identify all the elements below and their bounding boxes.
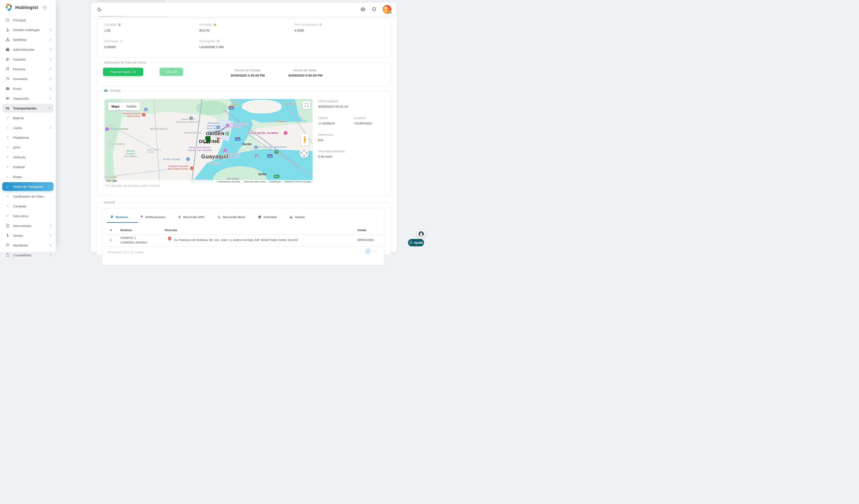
map-fullscreen-button[interactable] bbox=[303, 101, 311, 109]
warning-triangle-icon bbox=[289, 215, 293, 219]
cas-download-button[interactable]: CAS bbox=[160, 68, 183, 76]
svg-text:34: 34 bbox=[119, 25, 120, 26]
people-icon bbox=[5, 66, 10, 71]
gear-icon bbox=[360, 6, 366, 12]
map-label-prosperina: PROSPERINA bbox=[184, 132, 201, 134]
bullet-icon bbox=[7, 195, 9, 197]
chevron-right-icon bbox=[49, 244, 51, 246]
sidebar-item-inspeccion[interactable]: Inspección bbox=[2, 94, 54, 103]
col-header-celular: Celular bbox=[357, 229, 366, 232]
chevron-right-icon bbox=[49, 38, 51, 41]
scrolled-content-artifact bbox=[97, 0, 165, 2]
sidebar-subitem-candado[interactable]: Candado bbox=[2, 202, 54, 211]
support-chat-button[interactable] bbox=[417, 230, 425, 238]
map-type-mapa-button[interactable]: Mapa bbox=[108, 103, 123, 110]
notifications-button[interactable] bbox=[371, 6, 377, 12]
pan-up-icon bbox=[303, 150, 305, 153]
map-label-paseo-shopping: El Paseo Shopping Durán bbox=[259, 146, 289, 149]
sidebar-subitem-orden-de-transporte[interactable]: Orden de Transporte bbox=[2, 182, 54, 191]
sidebar-subitem-vehiculo[interactable]: Vehículo bbox=[2, 153, 54, 162]
scale-icon bbox=[319, 23, 322, 26]
cargo-peso-label: Peso [Kilogramo] bbox=[294, 23, 318, 26]
dark-mode-toggle[interactable] bbox=[96, 6, 103, 12]
map-label-mapasingue: MAPASINGUE bbox=[150, 128, 168, 131]
report-error-link[interactable]: Informar un error en el mapa bbox=[285, 180, 311, 183]
settings-button[interactable] bbox=[360, 6, 366, 12]
check-icon: ✓ bbox=[225, 132, 229, 136]
delivery-map[interactable]: Mall El Fortín Parque Samanes Isla Mocol… bbox=[105, 99, 313, 183]
tab-notificaciones[interactable]: Notificaciones bbox=[140, 215, 165, 219]
sidebar-item-ventas[interactable]: Ventas bbox=[2, 231, 54, 240]
pagination-next-button[interactable]: › bbox=[372, 248, 377, 252]
manifest-icon bbox=[5, 243, 10, 248]
sidebar-item-transportacion[interactable]: Transportación bbox=[2, 104, 54, 112]
person-pin-icon bbox=[217, 215, 221, 219]
logo[interactable]: Hubilogist bbox=[4, 3, 47, 12]
question-icon: ? bbox=[409, 241, 412, 244]
sidebar-subitem-llanta[interactable]: Llanta bbox=[2, 123, 54, 132]
pagination-prev-button[interactable]: ‹ bbox=[358, 248, 364, 252]
sidebar-item-manifiesto[interactable]: Manifiesto bbox=[2, 241, 54, 249]
chevron-down-icon bbox=[49, 106, 51, 109]
cloud-download-icon bbox=[173, 70, 177, 74]
tab-recorrido-gps[interactable]: Recorrido GPS bbox=[178, 215, 204, 219]
map-pan-control[interactable] bbox=[300, 149, 309, 158]
sidebar-item-workflow[interactable]: Workflow bbox=[2, 35, 54, 44]
sidebar-item-administracion[interactable]: Administración bbox=[2, 45, 54, 54]
horario-entrada-label: Horario de Entrada bbox=[216, 68, 279, 72]
tab-alertas[interactable]: Alertas bbox=[289, 215, 305, 219]
pase-de-puerta-legend: Información de Pase de Puerta bbox=[102, 61, 148, 64]
tab-destinos[interactable]: Destinos bbox=[110, 215, 128, 219]
tools-icon bbox=[5, 76, 10, 81]
keyboard-shortcuts-link[interactable]: Combinaciones de teclas bbox=[217, 180, 240, 183]
sidebar-subitem-zonificacion[interactable]: Zonificación de Clien... bbox=[2, 192, 54, 201]
sidebar-item-envio[interactable]: Envío bbox=[2, 84, 54, 93]
map-type-satelite-button[interactable]: Satélite bbox=[123, 103, 140, 110]
sidebar-subitem-rutas[interactable]: Rutas bbox=[2, 172, 54, 181]
sidebar-subitem-bateria[interactable]: Batería bbox=[2, 113, 54, 122]
sidebar-item-usuarios[interactable]: Usuarios bbox=[2, 55, 54, 63]
street-view-pegman[interactable] bbox=[301, 134, 309, 146]
sidebar-subitem-gps[interactable]: GPS bbox=[2, 143, 54, 152]
cargo-descripcion-label: Descripción bbox=[199, 40, 215, 43]
route-shield-49a: 49A bbox=[274, 175, 279, 178]
marker-update-note: * El marcador se actualiza cada 1 minuto bbox=[104, 184, 159, 187]
chevron-right-icon bbox=[49, 234, 51, 236]
help-button[interactable]: ? Ayuda bbox=[408, 239, 424, 246]
tab-recorrido-movil[interactable]: Recorrido Móvil bbox=[217, 215, 245, 219]
sidebar-collapse-toggle-icon[interactable] bbox=[43, 6, 47, 9]
cargo-info-card: Cantidad 1234 1.00 Embalaje BULTO Peso [… bbox=[97, 18, 391, 58]
sidebar-item-principal[interactable]: Principal bbox=[2, 16, 54, 25]
map-pin-hospital-icon: H bbox=[141, 112, 146, 117]
map-label-cerro-blanco: Bosque Protector Cerro Blanco bbox=[122, 150, 139, 158]
google-logo[interactable]: Google bbox=[106, 179, 117, 182]
briefcase-icon bbox=[5, 47, 10, 52]
col-header-direccion: Dirección bbox=[165, 229, 177, 232]
terms-link[interactable]: Condiciones bbox=[269, 180, 281, 183]
sidebar-subitem-enllante[interactable]: Enllante bbox=[2, 163, 54, 171]
bullet-icon bbox=[7, 156, 9, 158]
pase-de-puerta-download-button[interactable]: Pase de Puerta bbox=[103, 68, 143, 76]
vehicle-icon bbox=[5, 106, 10, 110]
sidebar-subitem-plataforma[interactable]: Plataforma bbox=[2, 133, 54, 142]
pagination-page-1[interactable]: 1 bbox=[365, 248, 371, 252]
sidebar-item-persona[interactable]: Persona bbox=[2, 65, 54, 73]
row-num: 1 bbox=[110, 238, 112, 242]
map-marker-destino: DESTINO bbox=[199, 139, 220, 144]
bullet-icon bbox=[7, 215, 9, 217]
tab-actividad[interactable]: Actividad bbox=[258, 215, 277, 219]
chevron-right-icon bbox=[49, 126, 51, 129]
bullet-icon bbox=[7, 166, 9, 168]
ultima-captura-label: Última captura: bbox=[318, 100, 338, 103]
map-label-cementerio: Cementerio y Funeraria Jardines de... bbox=[172, 118, 205, 123]
map-pin-cementerio-icon bbox=[189, 116, 193, 120]
map-pin-parque-historico-icon bbox=[226, 123, 230, 128]
sidebar-item-documentos[interactable]: Documentos bbox=[2, 221, 54, 230]
dollar-icon bbox=[5, 233, 10, 238]
sidebar-subitem-geo-cerca[interactable]: Geo-cerca bbox=[2, 212, 54, 220]
map-pin-hospital-icon: H bbox=[190, 166, 194, 170]
sidebar-item-contabilidad[interactable]: Contabilidad bbox=[2, 251, 54, 252]
sidebar-item-inventario[interactable]: Inventario bbox=[2, 74, 54, 83]
sidebar-item-gestion-hubilogist[interactable]: Gestión Hubilogist bbox=[2, 26, 54, 34]
user-avatar[interactable] bbox=[383, 5, 391, 14]
